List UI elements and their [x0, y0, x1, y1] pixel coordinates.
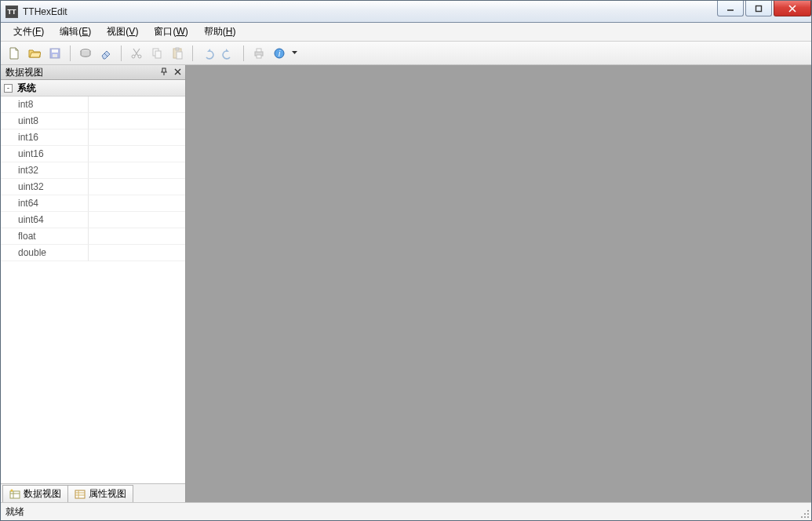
menu-help[interactable]: 帮助(H) [196, 23, 244, 41]
titlebar: TT TTHexEdit [1, 1, 811, 23]
resize-gripper[interactable] [799, 508, 810, 519]
tree-row[interactable]: uint16 [1, 146, 185, 162]
svg-rect-8 [155, 51, 161, 58]
tree-group-label: 系统 [17, 82, 36, 95]
tree-row[interactable]: uint8 [1, 113, 185, 129]
menu-view[interactable]: 视图(V) [99, 23, 146, 41]
save-button[interactable] [46, 45, 64, 62]
info-icon: i [273, 47, 286, 60]
svg-rect-2 [52, 49, 58, 53]
svg-point-24 [804, 516, 806, 518]
app-window: TT TTHexEdit 文件(F) 编辑(E) 视图(V) 窗口(W) 帮助(… [0, 0, 812, 521]
new-file-button[interactable] [5, 45, 23, 62]
print-button[interactable] [250, 45, 268, 62]
tree-row-value[interactable] [89, 146, 185, 162]
paste-button[interactable] [169, 45, 186, 62]
svg-point-6 [138, 55, 141, 58]
undo-icon [202, 47, 214, 60]
paste-icon [171, 47, 184, 60]
close-button[interactable] [774, 1, 811, 16]
copy-button[interactable] [148, 45, 166, 62]
svg-point-20 [807, 510, 809, 512]
collapse-icon[interactable]: - [4, 84, 13, 93]
tree-row-name: double [1, 245, 89, 261]
tree-row-value[interactable] [89, 228, 185, 245]
svg-rect-3 [53, 54, 57, 57]
open-folder-icon [28, 47, 41, 60]
tree-row[interactable]: uint64 [1, 212, 185, 228]
tree-row-name: int16 [1, 129, 89, 146]
cut-button[interactable] [128, 45, 145, 62]
undo-button[interactable] [199, 45, 217, 62]
svg-point-21 [804, 513, 806, 515]
svg-point-23 [801, 516, 803, 518]
menu-file[interactable]: 文件(F) [5, 23, 52, 41]
chevron-down-icon [292, 51, 297, 55]
tree-row-value[interactable] [89, 195, 185, 212]
tree-row-name: float [1, 228, 89, 245]
client-area: 数据视图 - 系统 int8uint8int16uint16int32uint3… [1, 65, 811, 503]
maximize-button[interactable] [745, 1, 772, 16]
tab-props-view[interactable]: 属性视图 [67, 485, 133, 502]
tree-row-name: int64 [1, 195, 89, 212]
tree-row-value[interactable] [89, 162, 185, 179]
tree-row[interactable]: int32 [1, 162, 185, 179]
close-pane-button[interactable] [172, 66, 184, 78]
redo-icon [222, 47, 235, 60]
open-disk-button[interactable] [77, 45, 94, 62]
toolbar: i [1, 42, 811, 65]
pin-pane-button[interactable] [158, 66, 169, 78]
tree-row-name: uint32 [1, 179, 89, 195]
tree-row-name: int32 [1, 162, 89, 179]
tab-data-view[interactable]: 数据视图 [2, 485, 68, 502]
tree-row[interactable]: float [1, 228, 185, 245]
tree-row-value[interactable] [89, 97, 185, 113]
svg-rect-19 [75, 490, 85, 498]
menubar: 文件(F) 编辑(E) 视图(V) 窗口(W) 帮助(H) [1, 23, 811, 42]
window-title: TTHexEdit [23, 6, 67, 17]
tree-row[interactable]: double [1, 245, 185, 261]
svg-point-18 [11, 489, 13, 491]
open-file-button[interactable] [26, 45, 43, 62]
data-view-icon [9, 489, 20, 500]
save-icon [49, 47, 61, 60]
copy-icon [151, 47, 163, 60]
statusbar: 就绪 [1, 503, 811, 520]
svg-point-5 [132, 55, 135, 58]
props-view-icon [75, 489, 86, 500]
tree-row[interactable]: int16 [1, 129, 185, 146]
tree-row-value[interactable] [89, 179, 185, 195]
svg-rect-11 [177, 52, 182, 59]
data-view-pane: 数据视图 - 系统 int8uint8int16uint16int32uint3… [1, 65, 186, 502]
data-tree: - 系统 int8uint8int16uint16int32uint32int6… [1, 80, 185, 483]
tree-group-system[interactable]: - 系统 [1, 80, 185, 97]
print-icon [253, 47, 265, 60]
svg-rect-10 [176, 48, 179, 50]
svg-rect-14 [257, 55, 261, 58]
tree-row-name: int8 [1, 97, 89, 113]
help-dropdown[interactable] [291, 45, 297, 62]
gripper-icon [799, 508, 810, 519]
pane-header: 数据视图 [1, 65, 185, 80]
toolbar-separator [70, 46, 71, 61]
tree-row[interactable]: int8 [1, 97, 185, 113]
disk-icon [79, 47, 92, 60]
tree-row-value[interactable] [89, 212, 185, 228]
close-icon [174, 68, 181, 75]
close-icon [788, 5, 797, 13]
menu-window[interactable]: 窗口(W) [146, 23, 195, 41]
tree-row-value[interactable] [89, 245, 185, 261]
tree-row[interactable]: int64 [1, 195, 185, 212]
toolbar-separator [192, 46, 193, 61]
tree-row-value[interactable] [89, 129, 185, 146]
pane-tabstrip: 数据视图 属性视图 [1, 483, 185, 502]
tree-row-value[interactable] [89, 113, 185, 129]
menu-edit[interactable]: 编辑(E) [52, 23, 99, 41]
minimize-button[interactable] [717, 1, 744, 16]
status-text: 就绪 [5, 505, 24, 519]
redo-button[interactable] [220, 45, 237, 62]
tree-row-name: uint16 [1, 146, 89, 162]
help-button[interactable]: i [271, 45, 288, 62]
open-memory-button[interactable] [97, 45, 115, 62]
tree-row[interactable]: uint32 [1, 179, 185, 195]
